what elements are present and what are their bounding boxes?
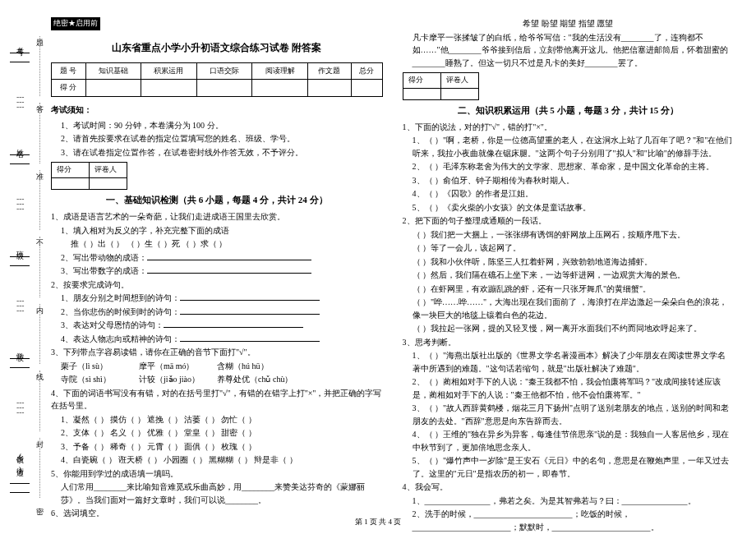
th: 积累运用 — [141, 62, 197, 80]
q-text: 4、（ ）《囚歌》的作者是江姐。 — [403, 187, 735, 200]
side-label: 姓名 — [15, 143, 25, 146]
q-text: 2、按要求完成诗句。 — [51, 279, 383, 292]
section1-title: 一、基础知识检测（共 6 小题，每题 4 分，共计 24 分） — [51, 193, 383, 207]
q-text: 1、朋友分别之时间想到的诗句： — [61, 293, 180, 302]
q-text: （ ）我们把一大捆上，一张张绑有诱饵的虾网放上压网石，按顺序甩下去。 — [403, 228, 735, 242]
q-text: 5、（ ）"爆竹声中一岁除"是王安石《元日》中的名句，意思是在鞭炮声里，一年又过… — [403, 454, 735, 480]
th: 总分 — [351, 62, 382, 80]
q-text: 4、表达人物志向或精神的诗句： — [61, 334, 180, 343]
q-text: 2、（ ）毛泽东称老舍为伟大的文学家、思想家、革命家，是中国文化革命的主将。 — [403, 160, 735, 173]
q-text: 2、（ ）蔺相如对手下的人说："秦王我都不怕，我会怕廉将军吗？"改成间接转述应该… — [403, 375, 735, 401]
q-text: 3、予备（ ） 稀奇（ ） 元霄（ ） 面俱（ ） 枚瑰（ ） — [51, 440, 383, 453]
pinyin-row: 寺院（sì shì）计较（jiǎo jiào）养尊处优（chǔ chù） — [51, 373, 383, 386]
q-text: 推（ ）出（ ） （ ）生（ ）死 （ ）求（ ） — [51, 237, 383, 251]
side-label: 考号 — [15, 41, 25, 44]
q-text: 1、凝然（ ） 摸仿（ ） 遮挽（ ） 沽萎（ ） 勿忙（ ） — [51, 413, 383, 426]
exam-title: 山东省重点小学小升初语文综合练习试卷 附答案 — [51, 40, 383, 56]
q-text: 3、思考判断。 — [403, 336, 735, 349]
q-text: 3、（ ）俞伯牙、钟子期相传为春秋时期人。 — [403, 174, 735, 187]
q-text: （ ）等了一会儿，该起网了。 — [403, 242, 735, 255]
q-text: 1、填入相对为反义的字，补充完整下面的成语 — [51, 224, 383, 237]
word-bank: 希望 盼望 期望 指望 愿望 — [403, 17, 735, 30]
q-text: 5、你能用到学过的成语填一填吗。 — [51, 467, 383, 481]
q-text: 2、写出带动物的成语： — [61, 253, 147, 262]
q-text: （ ）在虾网里，有欢蹦乱跳的虾，还有一只张牙舞爪"的黄细蟹"。 — [403, 283, 735, 296]
q-text: （ ）我拉起一张网，提的又轻叉慢，网一离开水面我们不约而同地欢呼起来了。 — [403, 322, 735, 335]
notice-item: 1、考试时间：90 分钟，本卷满分为 100 分。 — [51, 119, 383, 132]
q-text: 5、（ ）《卖火柴的小女孩》的文体是童话故事。 — [403, 201, 735, 214]
score-table: 题 号 知识基础 积累运用 口语交际 阅读理解 作文题 总分 得 分 — [51, 62, 383, 98]
q-text: 3、（ ）"故人西辞黄鹤楼，烟花三月下扬州"点明了送别老朋友的地点，送别的时间和… — [403, 402, 735, 427]
q-text: 4、下面的词语书写没有有错，对的在括号里打"√"，有错的在错字上打"×"，并把正… — [51, 387, 383, 412]
pinyin-row: 栗子（lì sù）摩平（mā mó）含糊（hú hū） — [51, 360, 383, 373]
q-text: 1、________________，弗若之矣。为是其智弗若与？曰：______… — [403, 495, 735, 508]
td: 得 分 — [52, 80, 86, 97]
side-label: 学校 — [15, 347, 25, 350]
q-text: 1、下面的说法，对的打"√"，错的打"×"。 — [403, 121, 735, 134]
th: 作文题 — [307, 62, 351, 80]
section2-title: 二、知识积累运用（共 5 小题，每题 3 分，共计 15 分） — [403, 104, 735, 117]
q-text: 3、写出带数字的成语： — [61, 266, 147, 275]
page-content: 绝密★启用前 山东省重点小学小升初语文综合练习试卷 附答案 题 号 知识基础 积… — [0, 0, 756, 534]
side-label: 乡镇(街道) — [15, 449, 25, 475]
th: 阅读理解 — [252, 62, 308, 80]
passage: 凡卡摩平一张揉皱了的白纸，给爷爷写信："我的生活没有________了，连狗都不… — [403, 31, 735, 70]
q-text: 4、（ ）王维的"独在异乡为异客，每逢佳节倍思亲"说的是：我独自一人客居他乡，现… — [403, 428, 735, 453]
q-text: 2、当你悲伤的时候到时的诗句： — [61, 307, 180, 316]
q-text: 4、白瓷碗（ ） 诳天桥（ ） 小园圈（ ） 黑糊糊（ ） 辩是非（ ） — [51, 453, 383, 467]
scorer-table: 得分评卷人 — [51, 162, 127, 190]
scorer-table: 得分评卷人 — [403, 72, 479, 100]
notice-heading: 考试须知： — [51, 104, 383, 117]
notice-item: 3、请在试卷指定位置作答，在试卷密封线外作答无效，不予评分。 — [51, 146, 383, 159]
q-text: 4、我会写。 — [403, 481, 735, 494]
q-text: （ ）"哗……哗……"，大海出现在我们面前了 ，海浪打在岸边激起一朵朵白色的浪花… — [403, 296, 735, 321]
q-text: 2、把下面的句子整理成通顺的一段话。 — [403, 214, 735, 228]
q-text: （ ）然后，我们隔在礁石上坐下来，一边等虾进网，一边观赏大海的景色。 — [403, 269, 735, 282]
q-text: 人们常用________来比喻知音难觅或乐曲高妙，用________来赞美达芬奇… — [51, 481, 383, 506]
seal-line: 题 答 准 不 内 线 封 密 — [31, 0, 48, 534]
q-text: 1、（ ）"啊，老桥，你是一位德高望重的老人，在这涧水上站了几百年了吧？"和"在… — [403, 134, 735, 159]
q-text: 1、（ ）"海燕出版社出版的《世界文学名著漫画本》解决了少年朋友在阅读世界文学名… — [403, 349, 735, 375]
th: 知识基础 — [85, 62, 141, 80]
left-column: 绝密★启用前 山东省重点小学小升初语文综合练习试卷 附答案 题 号 知识基础 积… — [41, 16, 393, 509]
q-text: 3、表达对父母恩情的诗句： — [61, 320, 164, 329]
page-footer: 第 1 页 共 4 页 — [0, 517, 756, 527]
side-label: 班级 — [15, 245, 25, 248]
right-column: 希望 盼望 期望 指望 愿望 凡卡摩平一张揉皱了的白纸，给爷爷写信："我的生活没… — [393, 16, 744, 509]
q-text: 1、成语是语言艺术的一朵奇葩，让我们走进成语王国里去欣赏。 — [51, 210, 383, 223]
q-text: 3、下列带点字容易读错，请你在正确的音节下面打"√"。 — [51, 346, 383, 359]
confidential-tag: 绝密★启用前 — [51, 17, 100, 30]
th: 口语交际 — [196, 62, 252, 80]
th: 题 号 — [52, 62, 86, 80]
q-text: 2、支体（ ） 名义（ ） 优雅（ ） 堂皇（ ） 甜密（ ） — [51, 426, 383, 440]
q-text: （ ）我和小伙伴听，陈坚三人扛着虾网，兴致勃勃地道海边捕虾。 — [403, 255, 735, 269]
notice-item: 2、请首先按要求在试卷的指定位置填写您的姓名、班级、学号。 — [51, 132, 383, 145]
